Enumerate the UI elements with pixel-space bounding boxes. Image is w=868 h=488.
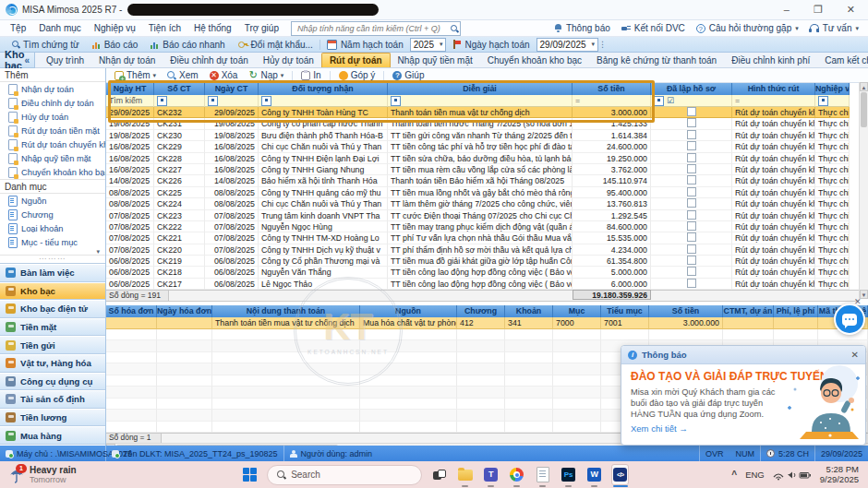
column-header[interactable]: Chương bbox=[457, 305, 505, 317]
sidebar-add-item[interactable]: Nhập quỹ tiền mặt bbox=[0, 151, 105, 165]
table-row[interactable]: 14/08/2025CK22614/08/2025Bảo hiểm xã hội… bbox=[106, 175, 850, 186]
sidebar-collapse-button[interactable]: « bbox=[24, 55, 30, 65]
word-icon[interactable]: W bbox=[585, 466, 603, 483]
menu-item[interactable]: Trợ giúp bbox=[238, 21, 285, 35]
checkbox[interactable] bbox=[687, 210, 696, 220]
checkbox[interactable] bbox=[687, 198, 696, 208]
command-search-box[interactable] bbox=[291, 21, 461, 36]
file-explorer-icon[interactable] bbox=[456, 466, 474, 483]
column-header[interactable]: Số CT bbox=[154, 83, 205, 95]
column-header[interactable]: Diễn giải bbox=[388, 83, 573, 95]
sidebar-add-item[interactable]: Chuyển khoản kho bạc bbox=[0, 165, 105, 179]
filter-cell[interactable]: Tìm kiếm bbox=[106, 95, 154, 107]
checkbox[interactable] bbox=[687, 118, 696, 127]
column-header[interactable]: Nội dung thanh toán bbox=[212, 305, 360, 317]
menu-item[interactable]: Danh mục bbox=[32, 21, 88, 35]
sidebar-nav-kho-b-c[interactable]: Kho bạc bbox=[0, 282, 105, 301]
menu-item[interactable]: Nghiệp vụ bbox=[88, 21, 142, 35]
tab-nhập-quỹ-tiền-mặt[interactable]: Nhập quỹ tiền mặt bbox=[391, 54, 480, 67]
sidebar-nav-b-n-l-m-vi-c[interactable]: Bàn làm việc bbox=[0, 264, 105, 282]
support-button[interactable]: Tư vấn▾ bbox=[810, 23, 859, 33]
checkbox[interactable] bbox=[687, 130, 696, 139]
report-button[interactable]: Báo cáo bbox=[86, 40, 145, 50]
table-row[interactable]: 29/09/2025CK23229/09/2025Công ty TNHH To… bbox=[106, 107, 850, 118]
equals-filter-icon[interactable]: = bbox=[735, 95, 740, 107]
column-header[interactable]: Mục bbox=[553, 305, 601, 317]
checkbox[interactable] bbox=[687, 153, 696, 162]
find-voucher-button[interactable]: Tìm chứng từ bbox=[6, 40, 86, 50]
table-row[interactable]: 07/08/2025CK22107/08/2025Công ty TNHH TM… bbox=[106, 232, 850, 244]
checkbox-filter-icon[interactable]: ☑ bbox=[667, 95, 674, 107]
column-header[interactable]: Đã lập hồ sơ bbox=[651, 83, 732, 95]
filter-icon[interactable] bbox=[157, 96, 167, 106]
table-row[interactable]: 07/08/2025CK22007/08/2025Công ty TNHH Dị… bbox=[106, 244, 850, 256]
sidebar-nav-kho-b-c-i-n-t-[interactable]: Kho bạc điện tử bbox=[0, 300, 105, 318]
column-header[interactable]: CTMT, dự án bbox=[723, 305, 774, 317]
menu-item[interactable]: Tiện ích bbox=[142, 21, 187, 35]
table-row[interactable]: 06/08/2025CK21906/08/2025Công ty Cổ phần… bbox=[106, 256, 850, 267]
weather-widget[interactable]: 1 Heavy rainTomorrow bbox=[0, 465, 139, 484]
photoshop-icon[interactable]: Ps bbox=[560, 466, 577, 483]
checkbox[interactable] bbox=[687, 107, 696, 116]
notepad-icon[interactable] bbox=[534, 466, 551, 483]
table-row[interactable]: 08/08/2025CK22408/08/2025Chi cục Chăn nu… bbox=[106, 198, 850, 209]
sidebar-nav-t-i-s-n-c-nh[interactable]: Tài sản cố định bbox=[0, 390, 105, 409]
filter-icon[interactable] bbox=[391, 96, 401, 106]
column-header[interactable]: Nghiệp vụ bbox=[815, 83, 850, 95]
column-header[interactable]: Ngày CT bbox=[205, 83, 259, 95]
sidebar-catalog-item[interactable]: Chương bbox=[0, 208, 105, 221]
filter-cell[interactable]: = bbox=[573, 95, 651, 107]
sidebar-add-item[interactable]: Nhận dự toán bbox=[0, 82, 105, 96]
filter-icon[interactable] bbox=[208, 96, 218, 106]
close-button[interactable]: ✕ bbox=[847, 4, 855, 16]
sidebar-add-item[interactable]: Rút dự toán chuyển khoản bbox=[0, 137, 105, 151]
add-button[interactable]: Thêm▾ bbox=[110, 70, 161, 80]
filter-cell[interactable]: = bbox=[732, 95, 815, 107]
filter-icon[interactable] bbox=[261, 96, 271, 106]
tab-hủy-dự-toán[interactable]: Hủy dự toán bbox=[256, 54, 321, 67]
posting-date-select[interactable]: 29/09/2025▾ bbox=[536, 38, 599, 52]
checkbox[interactable] bbox=[687, 221, 696, 231]
table-row[interactable]: 16/08/2025CK22716/08/2025Công ty TNHH Gi… bbox=[106, 164, 850, 175]
table-row[interactable]: 07/08/2025CK22207/08/2025Nguyễn Ngọc Hùn… bbox=[106, 221, 850, 232]
table-row[interactable]: 08/08/2025CK22508/08/2025Công ty TNHH qu… bbox=[106, 187, 850, 198]
command-search-input[interactable] bbox=[295, 23, 451, 34]
sidebar-add-item[interactable]: Điều chỉnh dự toán bbox=[0, 96, 105, 110]
toolbar-options-icon[interactable]: ⋮ bbox=[598, 40, 608, 49]
delete-button[interactable]: ✕Xóa bbox=[205, 70, 243, 80]
sidebar-catalog-item[interactable]: Loại khoản bbox=[0, 221, 105, 235]
column-header[interactable]: Phí, lệ phí bbox=[774, 305, 818, 317]
quick-report-button[interactable]: Báo cáo nhanh bbox=[144, 40, 231, 50]
sidebar-add-item[interactable]: Rút dự toán tiền mặt bbox=[0, 124, 105, 137]
column-header[interactable]: Số tiền bbox=[573, 83, 651, 95]
tab-điều-chỉnh-dự-toán[interactable]: Điều chỉnh dự toán bbox=[163, 54, 256, 67]
menu-item[interactable]: Hệ thống bbox=[187, 21, 238, 35]
fiscal-year-select[interactable]: 2025▾ bbox=[410, 38, 447, 52]
scrollbar-thumb[interactable] bbox=[861, 92, 867, 127]
filter-icon[interactable] bbox=[818, 96, 828, 106]
checkbox[interactable] bbox=[687, 232, 696, 242]
filter-cell[interactable] bbox=[388, 95, 573, 107]
view-button[interactable]: Xem bbox=[163, 70, 203, 80]
equals-filter-icon[interactable]: = bbox=[575, 95, 580, 107]
chrome-icon[interactable] bbox=[508, 466, 525, 483]
chat-widget-button[interactable] bbox=[834, 304, 865, 335]
language-indicator[interactable]: ENG bbox=[745, 470, 765, 480]
sidebar-catalog-item[interactable]: Nguồn bbox=[0, 194, 105, 208]
checkbox[interactable] bbox=[687, 267, 696, 276]
filter-cell[interactable] bbox=[154, 95, 205, 107]
dvc-connect-button[interactable]: Kết nối DVC bbox=[621, 23, 685, 33]
checkbox[interactable] bbox=[687, 256, 696, 265]
tab-nhận-dự-toán[interactable]: Nhận dự toán bbox=[91, 54, 163, 67]
change-password-button[interactable]: Đổi mật khẩu... bbox=[232, 40, 319, 50]
column-header[interactable]: Số tiền bbox=[649, 305, 723, 317]
chat-close-icon[interactable]: ✕ bbox=[854, 297, 862, 306]
column-header[interactable]: Ngày hóa đơn bbox=[157, 305, 212, 317]
checkbox[interactable] bbox=[687, 244, 696, 254]
taskbar-search[interactable]: Search bbox=[267, 465, 422, 485]
filter-cell[interactable] bbox=[259, 95, 388, 107]
sidebar-nav-mua-h-ng[interactable]: Mua hàng bbox=[0, 426, 105, 445]
tab-rút-dự-toán[interactable]: Rút dự toán bbox=[321, 53, 391, 67]
filter-cell[interactable] bbox=[205, 95, 259, 107]
checkbox[interactable] bbox=[687, 141, 696, 150]
